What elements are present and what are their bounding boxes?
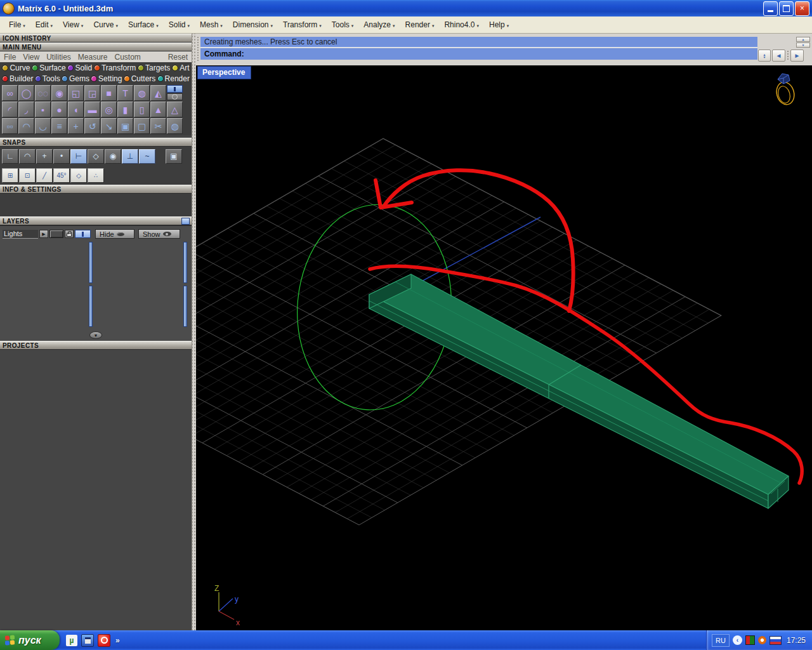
menu-rhino4-0[interactable]: Rhino4.0▾ [439,18,484,31]
mainmenu-custom[interactable]: Custom [115,53,141,62]
menu-help[interactable]: Help▾ [484,18,514,31]
vertex-snap-button[interactable]: • [53,149,70,164]
start-button[interactable]: пуск [0,630,60,650]
point-snap-button[interactable]: + [36,149,53,164]
mainmenu-view[interactable]: View [23,53,39,62]
rotate-icon[interactable]: ↺ [84,118,100,134]
category-gems[interactable]: Gems [61,74,90,83]
cube-icon[interactable]: ■ [101,85,117,101]
panel-splitter[interactable] [192,34,196,630]
layers-collapse-button[interactable]: ▼ [89,331,102,339]
menu-file[interactable]: File▾ [4,18,30,31]
menu-surface[interactable]: Surface▾ [123,18,164,31]
quick-launch-utorrent-icon[interactable]: µ [66,635,77,646]
tube-icon[interactable]: ▯ [134,102,150,117]
box-side-icon[interactable]: ◲ [84,85,100,101]
flow-surface-icon[interactable]: ≡ [51,118,67,134]
projects-header[interactable]: PROJECTS [0,341,192,350]
scroll-up-button[interactable]: ▲ [796,37,810,42]
category-tools[interactable]: Tools [34,74,61,83]
unlink-icon[interactable]: ▢ [134,118,150,134]
menu-render[interactable]: Render▾ [400,18,440,31]
box-solid-icon[interactable]: ▪ [35,102,51,117]
hide-button[interactable]: Hide [95,229,134,239]
tray-app-icon[interactable] [745,635,755,645]
tray-collapse-icon[interactable]: ‹ [733,635,742,645]
cylinder-wire-icon[interactable]: ◍ [134,85,150,101]
mainmenu-reset[interactable]: Reset [168,53,188,62]
menu-dimension[interactable]: Dimension▾ [228,18,278,31]
mainmenu-file[interactable]: File [4,53,16,62]
pipe-bend-icon[interactable]: ◜ [2,102,18,117]
cone-icon[interactable]: ▲ [150,102,166,117]
circle-toggle-icon[interactable] [167,93,183,100]
category-solid[interactable]: Solid [67,63,93,72]
menu-tools[interactable]: Tools▾ [327,18,359,31]
cylinder-icon[interactable]: ▮ [117,102,133,117]
menu-analyze[interactable]: Analyze▾ [358,18,400,31]
restore-button[interactable] [779,1,794,16]
sphere-circle-icon[interactable]: ◉ [51,85,67,101]
quick-launch-overflow-chevron[interactable]: » [115,636,120,645]
menu-curve[interactable]: Curve▾ [88,18,123,31]
angle-45-button[interactable]: 45° [53,168,70,183]
boolean-spheres-icon[interactable]: ∞ [2,85,18,101]
mainmenu-measure[interactable]: Measure [78,53,108,62]
quick-launch-opera-icon[interactable] [98,634,110,647]
sphere-wire-icon[interactable]: ◯ [18,85,34,101]
link-icon[interactable]: ▣ [117,118,133,134]
close-button[interactable]: × [795,1,809,16]
chain-circles-icon[interactable]: ◌◌ [35,85,51,101]
viewport[interactable]: Z y x Perspective [196,65,812,630]
main-menu-header[interactable]: MAIN MENU [0,43,192,51]
history-forward-button[interactable]: ► [790,50,804,62]
layers-header[interactable]: LAYERS [0,216,192,225]
intersection-snap-button[interactable]: ◉ [105,149,121,164]
osnap-dialog-button[interactable]: ▣ [166,149,182,164]
mainmenu-utilities[interactable]: Utilities [46,53,71,62]
tray-opera-icon[interactable] [758,636,766,644]
move-icon[interactable]: + [68,118,84,134]
planar-toggle-button[interactable]: ◇ [70,168,87,183]
arc-tangent-icon[interactable]: ◡ [35,118,51,134]
cone-hollow-icon[interactable]: △ [167,102,183,117]
web-globe-icon[interactable]: ◍ [167,118,183,134]
sphere-solid-icon[interactable]: ● [51,102,67,117]
disc-icon[interactable]: ▬ [84,102,100,117]
menu-edit[interactable]: Edit▾ [30,18,58,31]
history-updown-button[interactable]: ▲▼ [758,50,771,62]
category-curve[interactable]: Curve [1,63,31,72]
category-transform[interactable]: Transform [93,63,137,72]
scroll-down-button[interactable]: ▼ [796,43,810,48]
prism-icon[interactable]: ◭ [150,85,166,101]
layer-lock-button[interactable] [65,230,74,238]
language-indicator[interactable]: RU [712,634,730,647]
layer-visibility-button[interactable] [75,230,91,238]
io-toggle-icon[interactable] [167,85,183,101]
category-setting[interactable]: Setting [90,74,123,83]
quick-launch-save-icon[interactable] [81,634,94,647]
perpendicular-snap-button[interactable]: ⊥ [122,149,138,164]
icon-history-header[interactable]: ICON HISTORY [0,34,192,43]
menu-view[interactable]: View▾ [58,18,88,31]
osnap-line-button[interactable]: ╱ [36,168,53,183]
minimize-button[interactable] [763,1,778,16]
layer-lights-label[interactable]: Lights [3,230,38,239]
category-cutters[interactable]: Cutters [123,74,157,83]
center-snap-button[interactable]: ◇ [88,149,104,164]
viewport-canvas[interactable]: Z y x [196,65,812,630]
layers-panel-icon[interactable] [181,218,190,225]
category-targets[interactable]: Targets [137,63,171,72]
command-prompt[interactable]: Command: [200,48,757,60]
snaps-header[interactable]: SNAPS [0,138,192,147]
smart-track-button[interactable]: ∴ [88,168,104,183]
menu-mesh[interactable]: Mesh▾ [195,18,228,31]
layer-expand-button[interactable]: ▶ [39,230,48,238]
visibility-toggle-icon[interactable] [167,85,183,93]
ortho-toggle-button[interactable]: ⊡ [19,168,36,183]
command-grip[interactable] [197,36,199,62]
menu-transform[interactable]: Transform▾ [278,18,327,31]
history-back-button[interactable]: ◄ [772,50,785,62]
russian-flag-icon[interactable] [769,636,782,645]
grid-snap-button[interactable]: ⊞ [2,168,18,183]
